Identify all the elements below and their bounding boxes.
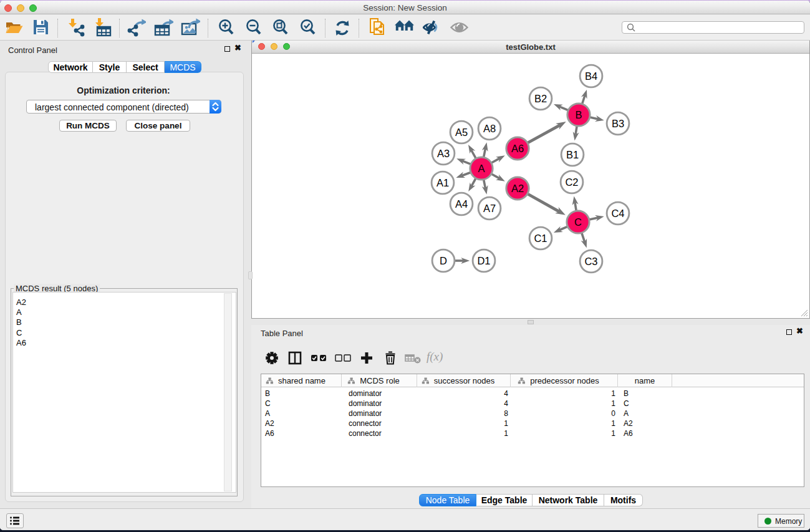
svg-text:D: D bbox=[440, 255, 447, 266]
svg-text:B1: B1 bbox=[566, 149, 579, 160]
svg-text:A5: A5 bbox=[455, 127, 468, 138]
svg-text:A7: A7 bbox=[483, 203, 496, 214]
svg-text:B3: B3 bbox=[612, 118, 624, 129]
svg-text:C2: C2 bbox=[565, 177, 578, 188]
svg-text:A: A bbox=[478, 163, 485, 174]
svg-text:C1: C1 bbox=[534, 233, 547, 244]
svg-text:A8: A8 bbox=[483, 123, 496, 134]
svg-text:D1: D1 bbox=[477, 255, 490, 266]
svg-text:C4: C4 bbox=[611, 208, 624, 219]
svg-text:B4: B4 bbox=[585, 70, 597, 82]
svg-text:A6: A6 bbox=[511, 143, 524, 154]
svg-text:C3: C3 bbox=[584, 256, 597, 267]
svg-text:A3: A3 bbox=[437, 148, 450, 159]
svg-text:A2: A2 bbox=[511, 183, 524, 194]
svg-text:A4: A4 bbox=[455, 198, 468, 210]
svg-text:A1: A1 bbox=[436, 177, 449, 188]
svg-text:B2: B2 bbox=[534, 93, 547, 104]
svg-text:B: B bbox=[575, 109, 582, 120]
svg-text:C: C bbox=[574, 216, 582, 228]
